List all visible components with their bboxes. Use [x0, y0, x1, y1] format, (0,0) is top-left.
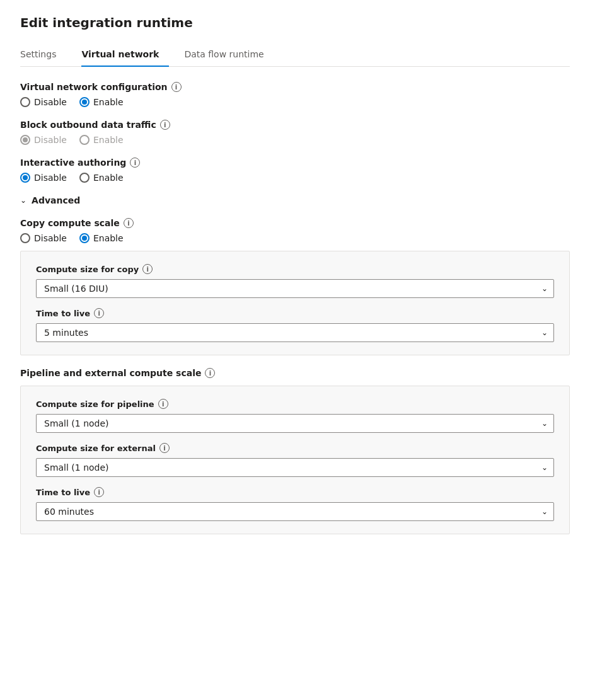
cc-disable-option[interactable]: Disable: [20, 233, 67, 243]
page-title: Edit integration runtime: [20, 15, 570, 30]
block-outbound-info-icon[interactable]: i: [160, 120, 170, 130]
copy-compute-scale-label: Copy compute scale i: [20, 218, 570, 228]
pipeline-external-section: Pipeline and external compute scale i Co…: [20, 368, 570, 534]
cc-enable-option[interactable]: Enable: [79, 233, 124, 243]
cc-disable-radio[interactable]: [20, 233, 30, 243]
bo-enable-label: Enable: [93, 135, 124, 145]
pipeline-external-info-icon[interactable]: i: [205, 368, 215, 378]
interactive-authoring-section: Interactive authoring i Disable Enable: [20, 158, 570, 183]
virtual-network-config-radio-group: Disable Enable: [20, 97, 570, 107]
time-to-live-copy-label: Time to live i: [36, 308, 554, 318]
cc-enable-radio[interactable]: [79, 233, 90, 243]
time-to-live-pipeline-select-wrapper: 60 minutes 30 minutes 15 minutes 10 minu…: [36, 502, 554, 521]
compute-size-pipeline-field: Compute size for pipeline i Small (1 nod…: [36, 399, 554, 433]
advanced-chevron-icon: ⌄: [20, 196, 26, 205]
ia-enable-radio[interactable]: [79, 173, 90, 183]
copy-compute-scale-section: Copy compute scale i Disable Enable Comp…: [20, 218, 570, 355]
tab-virtual-network[interactable]: Virtual network: [81, 43, 169, 67]
copy-compute-scale-radio-group: Disable Enable: [20, 233, 570, 243]
block-outbound-radio-group: Disable Enable: [20, 135, 570, 145]
time-to-live-copy-field: Time to live i 5 minutes 10 minutes 15 m…: [36, 308, 554, 342]
time-to-live-pipeline-select[interactable]: 60 minutes 30 minutes 15 minutes 10 minu…: [36, 502, 554, 521]
advanced-toggle[interactable]: ⌄ Advanced: [20, 195, 570, 205]
compute-size-pipeline-select-wrapper: Small (1 node) Medium (2 nodes) Large (4…: [36, 414, 554, 433]
cc-disable-label: Disable: [34, 233, 67, 243]
time-to-live-pipeline-info-icon[interactable]: i: [94, 487, 104, 497]
pipeline-compute-box: Compute size for pipeline i Small (1 nod…: [20, 386, 570, 534]
compute-size-external-info-icon[interactable]: i: [159, 443, 170, 453]
compute-size-copy-info-icon[interactable]: i: [142, 264, 153, 274]
vn-enable-radio[interactable]: [79, 97, 90, 107]
ia-disable-label: Disable: [34, 173, 67, 183]
vn-disable-radio[interactable]: [20, 97, 30, 107]
compute-size-pipeline-info-icon[interactable]: i: [158, 399, 168, 409]
time-to-live-copy-select-wrapper: 5 minutes 10 minutes 15 minutes 30 minut…: [36, 323, 554, 342]
time-to-live-copy-info-icon[interactable]: i: [94, 308, 104, 318]
pipeline-external-label: Pipeline and external compute scale i: [20, 368, 570, 378]
compute-size-copy-select-wrapper: Small (16 DIU) Medium (32 DIU) Large (64…: [36, 279, 554, 298]
interactive-authoring-info-icon[interactable]: i: [130, 158, 140, 168]
compute-size-external-select-wrapper: Small (1 node) Medium (2 nodes) Large (4…: [36, 458, 554, 477]
time-to-live-pipeline-field: Time to live i 60 minutes 30 minutes 15 …: [36, 487, 554, 521]
copy-compute-scale-info-icon[interactable]: i: [124, 218, 134, 228]
bo-enable-option[interactable]: Enable: [79, 135, 124, 145]
copy-compute-box: Compute size for copy i Small (16 DIU) M…: [20, 251, 570, 355]
virtual-network-config-info-icon[interactable]: i: [171, 82, 182, 92]
block-outbound-section: Block outbound data traffic i Disable En…: [20, 120, 570, 145]
compute-size-external-select[interactable]: Small (1 node) Medium (2 nodes) Large (4…: [36, 458, 554, 477]
time-to-live-pipeline-label: Time to live i: [36, 487, 554, 497]
tab-settings[interactable]: Settings: [20, 43, 66, 67]
bo-disable-option[interactable]: Disable: [20, 135, 67, 145]
bo-enable-radio[interactable]: [79, 135, 90, 145]
ia-disable-radio[interactable]: [20, 173, 30, 183]
interactive-authoring-label: Interactive authoring i: [20, 158, 570, 168]
virtual-network-config-label: Virtual network configuration i: [20, 82, 570, 92]
time-to-live-copy-select[interactable]: 5 minutes 10 minutes 15 minutes 30 minut…: [36, 323, 554, 342]
cc-enable-label: Enable: [93, 233, 124, 243]
compute-size-external-label: Compute size for external i: [36, 443, 554, 453]
advanced-label: Advanced: [32, 195, 80, 205]
vn-disable-option[interactable]: Disable: [20, 97, 67, 107]
vn-disable-label: Disable: [34, 97, 67, 107]
virtual-network-config-section: Virtual network configuration i Disable …: [20, 82, 570, 107]
compute-size-copy-label: Compute size for copy i: [36, 264, 554, 274]
tab-data-flow-runtime[interactable]: Data flow runtime: [184, 43, 274, 67]
ia-enable-label: Enable: [93, 173, 124, 183]
compute-size-external-field: Compute size for external i Small (1 nod…: [36, 443, 554, 477]
compute-size-copy-field: Compute size for copy i Small (16 DIU) M…: [36, 264, 554, 298]
bo-disable-label: Disable: [34, 135, 67, 145]
ia-disable-option[interactable]: Disable: [20, 173, 67, 183]
compute-size-pipeline-label: Compute size for pipeline i: [36, 399, 554, 409]
block-outbound-label: Block outbound data traffic i: [20, 120, 570, 130]
compute-size-copy-select[interactable]: Small (16 DIU) Medium (32 DIU) Large (64…: [36, 279, 554, 298]
tab-bar: Settings Virtual network Data flow runti…: [20, 43, 570, 67]
interactive-authoring-radio-group: Disable Enable: [20, 173, 570, 183]
vn-enable-label: Enable: [93, 97, 124, 107]
vn-enable-option[interactable]: Enable: [79, 97, 124, 107]
bo-disable-radio[interactable]: [20, 135, 30, 145]
ia-enable-option[interactable]: Enable: [79, 173, 124, 183]
compute-size-pipeline-select[interactable]: Small (1 node) Medium (2 nodes) Large (4…: [36, 414, 554, 433]
